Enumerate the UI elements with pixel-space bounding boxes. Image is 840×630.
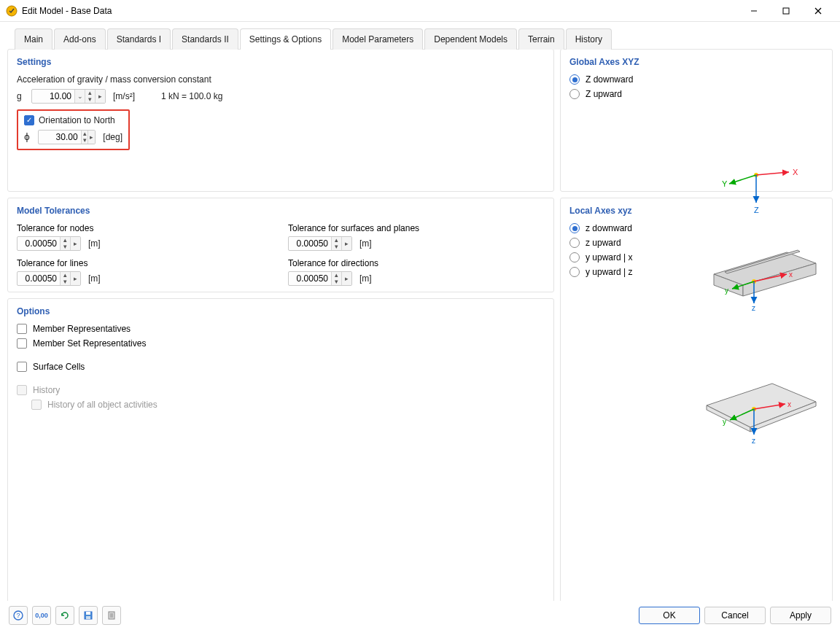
tab-settings-options[interactable]: Settings & Options <box>240 28 331 50</box>
units-icon-button[interactable]: 0,00 <box>32 606 51 625</box>
ok-button[interactable]: OK <box>639 607 700 624</box>
svg-rect-37 <box>86 616 90 619</box>
local-z-up-radio[interactable] <box>569 238 580 248</box>
local-z-up-label: z upward <box>586 238 621 248</box>
tol-directions-go-icon[interactable]: ▸ <box>341 272 351 285</box>
tol-lines-stepper[interactable]: ▴▾ <box>60 272 70 285</box>
svg-text:y: y <box>725 287 728 295</box>
app-icon <box>6 5 18 17</box>
tol-lines-input[interactable] <box>18 272 60 285</box>
tab-dependent-models[interactable]: Dependent Models <box>424 28 517 50</box>
local-y-up-x-radio[interactable] <box>569 252 580 262</box>
g-symbol: g <box>17 91 27 101</box>
svg-line-6 <box>756 172 789 175</box>
orientation-label: Orientation to North <box>39 115 115 125</box>
tab-main[interactable]: Main <box>15 28 52 50</box>
panel-tolerances: Model Tolerances Tolerance for nodes ▴▾ … <box>7 198 554 292</box>
local-y-up-z-radio[interactable] <box>569 267 580 277</box>
svg-text:Z: Z <box>754 206 759 214</box>
minimize-button[interactable] <box>738 1 770 21</box>
tol-lines-spinner[interactable]: ▴▾ ▸ <box>17 271 81 286</box>
g-dropdown-icon[interactable]: ⌄ <box>74 90 85 103</box>
g-input-spinner[interactable]: ⌄ ▴▾ ▸ <box>31 89 106 104</box>
panel-global-axes: Global Axes XYZ Z downward Z upward <box>560 49 833 192</box>
svg-text:x: x <box>788 400 791 408</box>
clipboard-icon-button[interactable] <box>102 606 121 625</box>
tol-surfaces-go-icon[interactable]: ▸ <box>341 237 351 250</box>
panel-title-global-axes: Global Axes XYZ <box>569 57 823 67</box>
tol-directions-input[interactable] <box>289 272 331 285</box>
cancel-button[interactable]: Cancel <box>704 607 766 624</box>
member-set-rep-label: Member Set Representatives <box>33 338 146 349</box>
tol-surfaces-label: Tolerance for surfaces and planes <box>288 223 545 233</box>
panel-title-settings: Settings <box>17 57 545 67</box>
panel-options: Options Member Representatives Member Se… <box>7 298 554 625</box>
window-title: Edit Model - Base Data <box>22 6 112 16</box>
gravity-label: Acceleration of gravity / mass conversio… <box>17 74 545 85</box>
tol-lines-label: Tolerance for lines <box>17 258 273 268</box>
phi-go-icon[interactable]: ▸ <box>88 131 95 144</box>
panel-title-options: Options <box>17 306 545 316</box>
tol-surfaces-stepper[interactable]: ▴▾ <box>331 237 341 250</box>
local-z-down-label: z downward <box>586 223 632 233</box>
refresh-icon-button[interactable] <box>55 606 74 625</box>
member-set-rep-checkbox[interactable] <box>17 338 27 349</box>
g-go-icon[interactable]: ▸ <box>95 90 105 103</box>
svg-text:Y: Y <box>722 179 728 188</box>
global-z-up-radio[interactable] <box>569 89 580 99</box>
title-bar: Edit Model - Base Data <box>0 0 840 22</box>
orientation-checkbox[interactable] <box>24 115 34 125</box>
local-y-up-z-label: y upward | z <box>586 267 632 277</box>
orientation-highlight: Orientation to North ɸ ▴▾ ▸ [deg] <box>17 109 130 150</box>
g-stepper[interactable]: ▴▾ <box>85 90 95 103</box>
panel-local-axes: Local Axes xyz z downward z upward y upw… <box>560 198 833 625</box>
phi-input[interactable] <box>39 131 81 144</box>
tol-directions-unit: [m] <box>359 273 372 284</box>
member-rep-checkbox[interactable] <box>17 324 27 334</box>
tol-nodes-input[interactable] <box>18 237 60 250</box>
apply-button[interactable]: Apply <box>770 607 831 624</box>
tol-nodes-spinner[interactable]: ▴▾ ▸ <box>17 236 81 251</box>
phi-input-spinner[interactable]: ▴▾ ▸ <box>38 130 96 144</box>
history-label: History <box>33 385 60 395</box>
tol-directions-spinner[interactable]: ▴▾ ▸ <box>288 271 352 286</box>
svg-rect-36 <box>86 612 90 615</box>
tol-directions-stepper[interactable]: ▴▾ <box>331 272 341 285</box>
svg-text:z: z <box>752 304 755 311</box>
local-y-up-x-label: y upward | x <box>586 252 632 262</box>
local-axes-plate-diagram: x y z <box>569 369 823 449</box>
save-icon-button[interactable] <box>79 606 98 625</box>
tol-lines-unit: [m] <box>88 273 101 284</box>
phi-unit: [deg] <box>103 132 122 142</box>
tol-nodes-label: Tolerance for nodes <box>17 223 273 233</box>
panel-title-tolerances: Model Tolerances <box>17 206 545 216</box>
tab-standards-1[interactable]: Standards I <box>107 28 171 50</box>
panel-settings: Settings Acceleration of gravity / mass … <box>7 49 554 192</box>
tab-standards-2[interactable]: Standards II <box>172 28 238 50</box>
tab-addons[interactable]: Add-ons <box>54 28 106 50</box>
tab-history[interactable]: History <box>566 28 612 50</box>
history-all-checkbox <box>31 400 42 410</box>
svg-text:X: X <box>793 168 798 176</box>
tol-surfaces-input[interactable] <box>289 237 331 250</box>
maximize-button[interactable] <box>770 1 802 21</box>
help-icon-button[interactable]: ? <box>9 606 28 625</box>
close-button[interactable] <box>802 1 834 21</box>
global-z-down-radio[interactable] <box>569 74 580 85</box>
tol-lines-go-icon[interactable]: ▸ <box>70 272 80 285</box>
surface-cells-label: Surface Cells <box>33 362 85 372</box>
local-z-down-radio[interactable] <box>569 223 580 233</box>
content-area: Settings Acceleration of gravity / mass … <box>0 49 840 625</box>
tol-surfaces-spinner[interactable]: ▴▾ ▸ <box>288 236 352 251</box>
tol-nodes-stepper[interactable]: ▴▾ <box>60 237 70 250</box>
phi-stepper[interactable]: ▴▾ <box>81 131 88 144</box>
tab-model-parameters[interactable]: Model Parameters <box>332 28 423 50</box>
g-input[interactable] <box>32 90 74 103</box>
tol-nodes-go-icon[interactable]: ▸ <box>70 237 80 250</box>
tab-bar: Main Add-ons Standards I Standards II Se… <box>0 22 840 49</box>
global-z-down-label: Z downward <box>586 74 633 85</box>
tol-directions-label: Tolerance for directions <box>288 258 545 268</box>
tab-terrain[interactable]: Terrain <box>518 28 564 50</box>
tol-nodes-unit: [m] <box>88 238 101 249</box>
surface-cells-checkbox[interactable] <box>17 362 27 372</box>
